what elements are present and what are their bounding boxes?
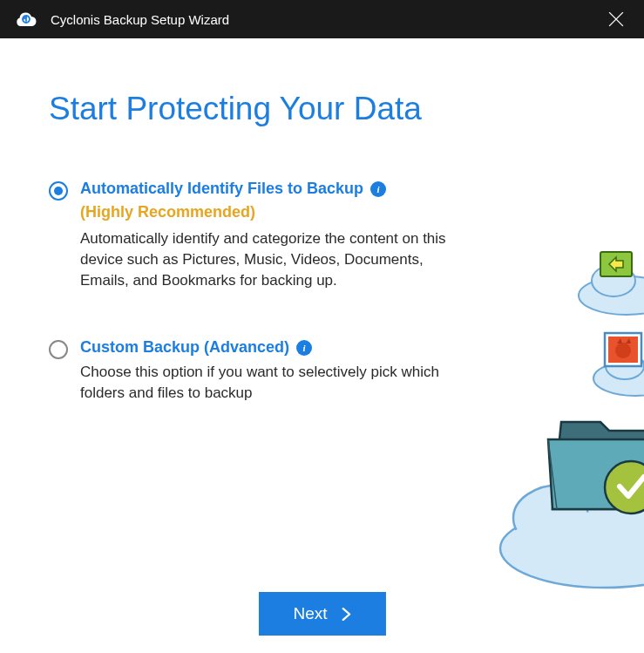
option-auto-description: Automatically identify and categorize th…	[80, 228, 450, 290]
next-button[interactable]: Next	[258, 592, 385, 636]
svg-point-12	[513, 485, 609, 551]
svg-point-0	[579, 276, 644, 315]
content-area: Start Protecting Your Data Automatically…	[0, 38, 644, 653]
option-auto: Automatically Identify Files to Backup i…	[49, 180, 450, 290]
next-button-label: Next	[293, 604, 327, 623]
info-icon[interactable]: i	[370, 181, 386, 197]
radio-auto[interactable]	[49, 181, 68, 201]
svg-point-13	[587, 479, 644, 540]
svg-rect-2	[600, 252, 632, 276]
titlebar: Cyclonis Backup Setup Wizard	[0, 0, 644, 38]
app-cloud-icon	[14, 7, 38, 31]
option-auto-title-row: Automatically Identify Files to Backup i	[80, 180, 450, 198]
highly-recommended-badge: (Highly Recommended)	[80, 203, 450, 221]
titlebar-left: Cyclonis Backup Setup Wizard	[14, 7, 229, 31]
option-auto-body: Automatically Identify Files to Backup i…	[80, 180, 450, 290]
svg-point-14	[502, 512, 644, 585]
chevron-right-icon	[342, 608, 351, 621]
svg-point-11	[500, 509, 644, 588]
info-icon[interactable]: i	[296, 340, 312, 356]
page-title: Start Protecting Your Data	[49, 91, 595, 127]
svg-rect-7	[608, 337, 638, 363]
svg-point-4	[593, 361, 644, 396]
close-button[interactable]	[602, 5, 630, 33]
option-custom-title[interactable]: Custom Backup (Advanced)	[80, 338, 289, 357]
svg-marker-3	[609, 257, 623, 271]
decorative-cloud-illustration	[470, 204, 644, 614]
option-auto-title[interactable]: Automatically Identify Files to Backup	[80, 180, 363, 198]
svg-marker-9	[617, 338, 622, 344]
svg-rect-6	[605, 333, 641, 366]
svg-point-8	[615, 343, 631, 358]
svg-point-1	[592, 265, 635, 296]
radio-custom[interactable]	[49, 340, 68, 359]
radio-selected-dot	[54, 187, 63, 195]
titlebar-title: Cyclonis Backup Setup Wizard	[51, 12, 229, 27]
option-custom-title-row: Custom Backup (Advanced) i	[80, 338, 450, 357]
svg-marker-10	[626, 338, 631, 344]
option-custom-description: Choose this option if you want to select…	[80, 362, 450, 404]
option-custom-body: Custom Backup (Advanced) i Choose this o…	[80, 338, 450, 404]
option-custom: Custom Backup (Advanced) i Choose this o…	[49, 338, 450, 404]
svg-point-5	[606, 353, 644, 379]
svg-point-15	[605, 461, 644, 514]
